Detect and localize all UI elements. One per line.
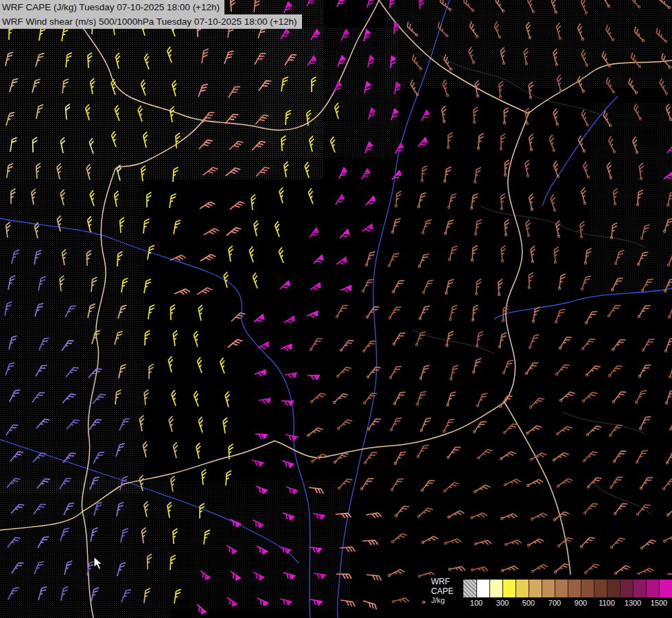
wind-barb [497, 279, 504, 296]
wind-barb [636, 448, 648, 466]
wind-barb [337, 0, 347, 9]
wind-barb [88, 53, 93, 68]
wind-barb [418, 137, 430, 150]
wind-barb [89, 190, 99, 206]
wind-barb [531, 511, 548, 524]
wind-barb [389, 364, 402, 381]
wind-barb [419, 304, 430, 321]
river-line [0, 439, 299, 563]
wind-barb [148, 244, 154, 260]
country-border [379, 0, 529, 113]
legend-color-swatches [463, 580, 672, 597]
wind-barb [137, 106, 146, 122]
wind-barb [369, 108, 376, 121]
wind-barb [194, 604, 206, 616]
wind-barb [503, 219, 510, 236]
legend-swatch [633, 580, 646, 597]
wind-barb [228, 246, 235, 262]
legend-tick-label: 1500 [651, 599, 667, 607]
wind-barb [31, 189, 38, 205]
wind-barb [170, 390, 180, 406]
wind-barb [6, 423, 18, 438]
wind-barb [421, 110, 431, 123]
wind-barb [612, 336, 626, 353]
wind-barb [5, 52, 13, 67]
wind-barb [448, 565, 465, 574]
wind-barb [60, 137, 68, 153]
legend-swatch [581, 580, 594, 597]
wind-barb [219, 358, 229, 374]
wind-barb [199, 138, 213, 152]
wind-barb [117, 501, 124, 517]
wind-barb [502, 358, 513, 376]
wind-barb [667, 144, 672, 156]
wind-barb [311, 29, 321, 42]
wind-barb [603, 77, 618, 93]
wind-barb [167, 502, 174, 518]
wind-barb [392, 596, 409, 606]
wind-barb [421, 165, 427, 182]
wind-barb [274, 221, 283, 237]
wind-barb [119, 218, 125, 233]
wind-barb [584, 248, 591, 264]
wind-barb [388, 567, 405, 580]
wind-barb [447, 444, 461, 461]
wind-barb [172, 442, 181, 458]
wind-barb [34, 502, 46, 517]
wind-barb [5, 361, 14, 377]
wind-barb [280, 280, 292, 293]
wind-barb [419, 363, 430, 380]
wind-barb [440, 106, 449, 123]
wind-barb [471, 245, 478, 262]
wind-barb [664, 277, 672, 294]
wind-barb [640, 474, 653, 492]
wind-barb [364, 29, 371, 42]
wind-barb [33, 137, 38, 152]
wind-barb [389, 304, 402, 321]
wind-barb [204, 227, 219, 239]
wind-barb [60, 527, 69, 542]
wind-barb [632, 104, 645, 121]
wind-barb [421, 218, 432, 236]
wind-barb [367, 365, 381, 381]
wind-barb [38, 586, 47, 602]
wind-barb [636, 502, 651, 518]
wind-barb [170, 555, 176, 570]
wind-barb [492, 21, 505, 38]
wind-barb [62, 78, 69, 94]
wind-barb [62, 392, 76, 407]
wind-barb [362, 540, 378, 546]
weather-map-viewport: WRF CAPE (J/kg) Tuesday 07-10-2025 18:00… [0, 0, 672, 618]
wind-barb [476, 331, 483, 347]
wind-barb [336, 303, 348, 320]
wind-barb [581, 275, 591, 292]
legend-swatch [594, 580, 607, 597]
wind-barb [447, 133, 452, 149]
wind-barb [61, 586, 68, 602]
wind-barb [145, 330, 150, 345]
wind-barb [224, 597, 237, 608]
wind-barb [174, 588, 181, 604]
wind-barb [443, 480, 459, 495]
wind-barb [139, 415, 147, 431]
wind-barb [166, 47, 176, 62]
legend-swatch [542, 580, 555, 597]
legend-unit-label: J/kg [431, 596, 463, 605]
wind-barb [366, 304, 380, 321]
wind-barb [444, 537, 461, 548]
wind-barb [308, 488, 324, 494]
wind-barb [394, 450, 406, 467]
wind-barb [65, 560, 72, 576]
wind-barb [308, 56, 318, 69]
wind-barb [204, 529, 210, 545]
wind-barb [231, 311, 245, 325]
wind-barb [90, 475, 100, 491]
wind-barb [115, 330, 123, 346]
wind-barb [632, 27, 647, 43]
wind-barb [611, 275, 623, 293]
wind-barb [85, 104, 94, 120]
wind-barb [529, 396, 544, 411]
wind-barb [121, 588, 131, 604]
wind-barb [282, 573, 295, 581]
wind-barb [466, 47, 478, 64]
